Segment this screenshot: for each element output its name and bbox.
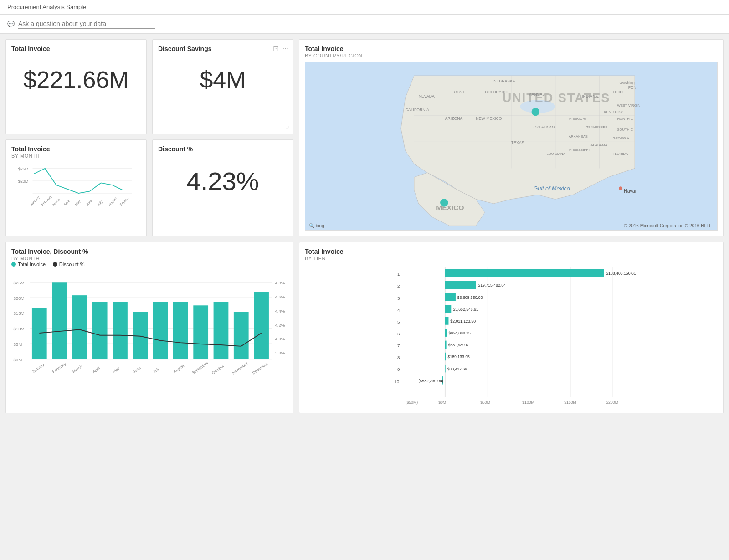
svg-text:4.6%: 4.6% [275,294,285,299]
svg-text:INDIANA: INDIANA [582,94,598,98]
svg-text:$189,133.95: $189,133.95 [448,354,470,359]
map-copyright: © 2016 Microsoft Corporation © 2016 HERE [624,223,714,228]
svg-text:1: 1 [397,272,400,277]
app-header: Procurement Analysis Sample [0,0,729,15]
svg-text:4.8%: 4.8% [275,280,285,285]
svg-text:($50M): ($50M) [406,400,418,405]
svg-text:February: February [41,194,53,206]
svg-rect-77 [72,295,87,359]
svg-text:Gulf of Mexico: Gulf of Mexico [533,185,570,192]
qa-input[interactable] [18,19,155,29]
svg-text:May: May [74,199,81,206]
bing-logo: 🔍 bing [309,223,324,228]
svg-text:February: February [51,361,67,374]
svg-text:5: 5 [397,319,400,324]
invoice-month-title: Total Invoice [11,145,141,153]
invoice-month-card: Total Invoice BY MONTH $25M $20M January… [5,139,147,236]
discount-savings-value: $4M [158,52,287,107]
svg-text:$954,088.35: $954,088.35 [448,331,471,335]
discount-savings-title: Discount Savings [158,45,287,52]
svg-text:$20M: $20M [18,179,29,184]
svg-text:Havan: Havan [624,188,638,194]
discount-pct-title: Discount % [158,145,287,153]
svg-text:December: December [252,361,269,375]
svg-text:CALIFORNIA: CALIFORNIA [406,108,429,112]
map-container[interactable]: UNITED STATES NEVADA UTAH COLORADO KANSA… [305,62,718,231]
svg-rect-85 [234,312,249,359]
svg-text:$25M: $25M [18,167,29,171]
more-icon[interactable]: ··· [282,44,288,53]
app-title: Procurement Analysis Sample [7,4,86,10]
svg-text:Septe...: Septe... [119,195,130,206]
svg-text:3: 3 [397,296,400,301]
svg-point-42 [619,186,622,190]
svg-text:($532,230.04): ($532,230.04) [419,379,443,383]
svg-rect-118 [445,293,456,301]
svg-text:MEXICO: MEXICO [436,204,464,211]
map-footer: 🔍 bing © 2016 Microsoft Corporation © 20… [309,223,714,228]
svg-text:Washing: Washing [619,81,635,85]
legend-dot-teal [11,262,16,267]
svg-text:$3,652,546.61: $3,652,546.61 [453,307,478,312]
svg-text:$581,989.61: $581,989.61 [448,343,470,347]
total-invoice-card: Total Invoice $221.66M [5,39,147,134]
svg-text:7: 7 [397,343,400,348]
svg-rect-112 [445,269,604,277]
legend-label-total: Total Invoice [18,262,46,267]
map-svg: UNITED STATES NEVADA UTAH COLORADO KANSA… [305,62,717,230]
svg-text:COLORADO: COLORADO [485,90,508,94]
svg-text:$80,427.69: $80,427.69 [447,367,467,371]
svg-text:3.8%: 3.8% [275,350,285,355]
svg-text:$19,715,482.84: $19,715,482.84 [478,283,506,288]
svg-text:$15M: $15M [13,311,24,316]
svg-rect-86 [254,292,269,359]
tier-chart-subtitle: BY TIER [305,256,718,261]
legend-label-discount: Discount % [59,262,85,267]
svg-text:$150M: $150M [564,400,576,405]
svg-text:$20M: $20M [13,296,24,301]
svg-rect-76 [52,282,67,359]
total-invoice-value: $221.66M [11,52,141,107]
svg-text:UTAH: UTAH [454,90,464,94]
svg-text:August: August [172,363,185,374]
mini-line-chart: $25M $20M January February March April M… [11,162,141,208]
combo-chart-card: Total Invoice, Discount % BY MONTH Total… [5,242,293,413]
svg-text:$200M: $200M [606,400,618,405]
svg-text:June: June [132,365,142,374]
svg-text:NEBRASKA: NEBRASKA [493,79,515,83]
svg-text:July: July [96,200,103,207]
combo-chart-title: Total Invoice, Discount % [11,248,287,255]
expand-icon[interactable]: ⊡ [273,44,279,53]
svg-text:ARIZONA: ARIZONA [445,116,463,121]
svg-rect-124 [445,317,449,324]
discount-pct-value: 4.23% [158,153,287,210]
map-title: Total Invoice [305,45,718,52]
svg-text:FLORIDA: FLORIDA [613,152,628,156]
legend-total-invoice: Total Invoice [11,262,46,267]
svg-text:4.2%: 4.2% [275,323,285,328]
svg-text:$5M: $5M [13,342,22,347]
svg-rect-115 [445,281,476,289]
svg-text:OHIO: OHIO [613,90,623,94]
discount-pct-card: Discount % 4.23% [152,139,293,236]
svg-text:PEN: PEN [628,85,637,90]
invoice-month-subtitle: BY MONTH [11,153,141,159]
discount-savings-card: Discount Savings ⊡ ··· $4M ⌟ [152,39,293,134]
svg-text:$0M: $0M [438,400,446,405]
resize-handle: ⌟ [286,121,289,130]
svg-text:ARKANSAS: ARKANSAS [569,134,588,139]
svg-text:8: 8 [397,355,400,360]
svg-rect-130 [445,341,447,349]
svg-text:January: January [31,362,46,374]
svg-text:WEST VIRGINI: WEST VIRGINI [617,103,641,108]
svg-text:9: 9 [397,367,400,372]
svg-point-40 [532,108,539,116]
svg-text:TENNESSEE: TENNESSEE [586,125,608,129]
svg-text:LOUISIANA: LOUISIANA [546,152,565,156]
svg-text:4: 4 [397,308,400,313]
svg-text:ALABAMA: ALABAMA [590,143,607,147]
svg-text:$100M: $100M [522,400,534,405]
svg-rect-136 [445,365,446,372]
svg-text:2: 2 [397,283,400,288]
svg-rect-121 [445,305,452,313]
